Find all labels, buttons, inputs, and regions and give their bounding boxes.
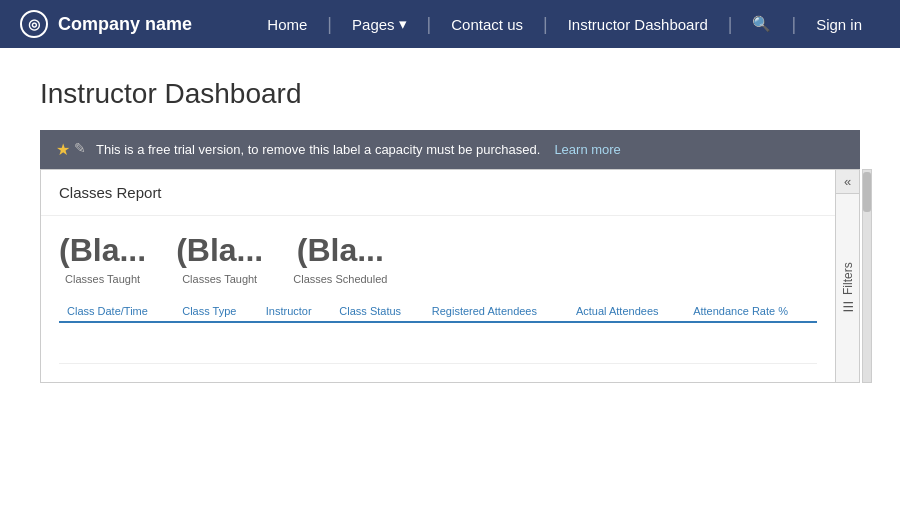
stat-value-0: (Bla...	[59, 232, 146, 269]
nav-link-contact[interactable]: Contact us	[433, 0, 541, 48]
collapse-icon: «	[844, 174, 851, 189]
table-body	[59, 322, 817, 364]
nav-link-dashboard[interactable]: Instructor Dashboard	[550, 0, 726, 48]
nav-item-search[interactable]: 🔍	[734, 0, 789, 48]
stat-card-2: (Bla... Classes Scheduled	[293, 232, 387, 285]
stat-card-0: (Bla... Classes Taught	[59, 232, 146, 285]
nav-item-home[interactable]: Home	[249, 0, 325, 48]
col-actual[interactable]: Actual Attendees	[568, 301, 685, 322]
navbar: ◎ Company name Home | Pages ▾ | Contact …	[0, 0, 900, 48]
nav-item-signin[interactable]: Sign in	[798, 0, 880, 48]
banner-icons: ★ ✎	[56, 140, 86, 159]
scrollbar[interactable]	[862, 169, 872, 383]
nav-divider-3: |	[541, 14, 550, 35]
brand-icon-symbol: ◎	[28, 16, 40, 32]
dashboard-panel-wrapper: Classes Report (Bla... Classes Taught (B…	[40, 169, 860, 383]
collapse-button[interactable]: «	[836, 170, 859, 194]
stat-label-2: Classes Scheduled	[293, 273, 387, 285]
nav-divider-2: |	[425, 14, 434, 35]
chevron-down-icon: ▾	[399, 15, 407, 33]
search-icon: 🔍	[752, 15, 771, 33]
table-wrapper: Class Date/Time Class Type Instructor Cl…	[41, 301, 835, 382]
filters-label: Filters	[841, 262, 855, 295]
scrollbar-thumb[interactable]	[863, 172, 871, 212]
stat-label-0: Classes Taught	[59, 273, 146, 285]
nav-divider-4: |	[726, 14, 735, 35]
table-header-row: Class Date/Time Class Type Instructor Cl…	[59, 301, 817, 322]
panel-title: Classes Report	[59, 184, 162, 201]
nav-link-signin[interactable]: Sign in	[798, 0, 880, 48]
learn-more-link[interactable]: Learn more	[554, 142, 620, 157]
stat-label-1: Classes Taught	[176, 273, 263, 285]
filters-icon: ☰	[840, 299, 855, 314]
page-title: Instructor Dashboard	[40, 78, 860, 110]
col-attendance-rate[interactable]: Attendance Rate %	[685, 301, 817, 322]
stat-value-2: (Bla...	[293, 232, 387, 269]
banner-text: This is a free trial version, to remove …	[96, 142, 540, 157]
empty-state	[59, 322, 817, 364]
brand-icon: ◎	[20, 10, 48, 38]
brand[interactable]: ◎ Company name	[20, 10, 192, 38]
nav-item-contact[interactable]: Contact us	[433, 0, 541, 48]
nav-divider-1: |	[325, 14, 334, 35]
col-date-time[interactable]: Class Date/Time	[59, 301, 174, 322]
table-empty-row	[59, 322, 817, 364]
nav-link-home[interactable]: Home	[249, 0, 325, 48]
col-class-status[interactable]: Class Status	[331, 301, 423, 322]
nav-item-pages[interactable]: Pages ▾	[334, 0, 425, 48]
main-nav: Home | Pages ▾ | Contact us | Instructor…	[249, 0, 880, 48]
filters-tab[interactable]: ☰ Filters	[836, 194, 859, 382]
panel-container: Classes Report (Bla... Classes Taught (B…	[40, 169, 860, 383]
col-registered[interactable]: Registered Attendees	[424, 301, 568, 322]
classes-table: Class Date/Time Class Type Instructor Cl…	[59, 301, 817, 364]
nav-divider-5: |	[789, 14, 798, 35]
stats-row: (Bla... Classes Taught (Bla... Classes T…	[59, 232, 817, 285]
right-sidebar: « ☰ Filters	[836, 169, 860, 383]
nav-item-dashboard[interactable]: Instructor Dashboard	[550, 0, 726, 48]
brand-name: Company name	[58, 14, 192, 35]
pencil-icon: ✎	[74, 140, 86, 159]
star-icon: ★	[56, 140, 70, 159]
classes-report-panel: Classes Report (Bla... Classes Taught (B…	[40, 169, 836, 383]
main-content: Instructor Dashboard ★ ✎ This is a free …	[0, 48, 900, 506]
stat-card-1: (Bla... Classes Taught	[176, 232, 263, 285]
nav-pages-label: Pages	[352, 16, 395, 33]
stat-value-1: (Bla...	[176, 232, 263, 269]
col-class-type[interactable]: Class Type	[174, 301, 258, 322]
table-head: Class Date/Time Class Type Instructor Cl…	[59, 301, 817, 322]
nav-link-pages[interactable]: Pages ▾	[334, 0, 425, 48]
col-instructor[interactable]: Instructor	[258, 301, 332, 322]
search-button[interactable]: 🔍	[734, 0, 789, 48]
panel-header: Classes Report	[41, 170, 835, 216]
trial-banner: ★ ✎ This is a free trial version, to rem…	[40, 130, 860, 169]
